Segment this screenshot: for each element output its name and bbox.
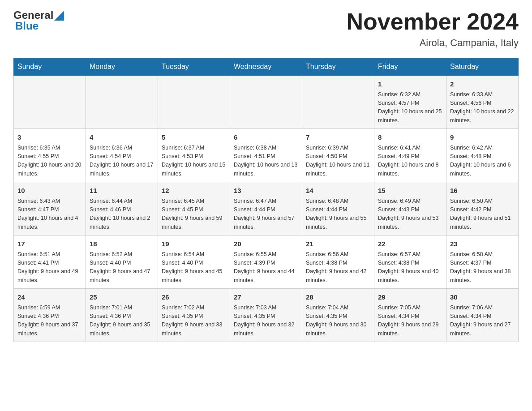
calendar-cell: 15Sunrise: 6:49 AM Sunset: 4:43 PM Dayli… [374,182,446,235]
calendar-cell: 16Sunrise: 6:50 AM Sunset: 4:42 PM Dayli… [446,182,519,235]
calendar-cell: 21Sunrise: 6:56 AM Sunset: 4:38 PM Dayli… [302,235,374,289]
day-number: 10 [17,186,82,196]
calendar-cell: 27Sunrise: 7:03 AM Sunset: 4:35 PM Dayli… [230,289,302,342]
calendar-cell: 13Sunrise: 6:47 AM Sunset: 4:44 PM Dayli… [230,182,302,235]
calendar-cell: 30Sunrise: 7:06 AM Sunset: 4:34 PM Dayli… [446,289,519,342]
calendar-cell: 17Sunrise: 6:51 AM Sunset: 4:41 PM Dayli… [14,235,86,289]
day-number: 29 [378,292,442,303]
logo-triangle-icon [54,11,64,21]
day-info: Sunrise: 6:37 AM Sunset: 4:53 PM Dayligh… [162,144,226,179]
calendar-cell: 20Sunrise: 6:55 AM Sunset: 4:39 PM Dayli… [230,235,302,289]
calendar-cell [14,76,86,129]
day-info: Sunrise: 6:38 AM Sunset: 4:51 PM Dayligh… [234,144,298,179]
location-text: Airola, Campania, Italy [347,37,519,49]
calendar-week-row: 17Sunrise: 6:51 AM Sunset: 4:41 PM Dayli… [14,235,519,289]
day-number: 19 [162,239,226,249]
day-number: 3 [17,133,82,143]
day-number: 24 [17,292,82,303]
day-info: Sunrise: 6:47 AM Sunset: 4:44 PM Dayligh… [234,197,298,232]
weekday-header-tuesday: Tuesday [158,58,230,76]
day-number: 11 [90,186,154,196]
day-info: Sunrise: 7:03 AM Sunset: 4:35 PM Dayligh… [234,304,298,338]
day-number: 14 [306,186,370,196]
logo-blue-text: Blue [15,20,39,32]
weekday-header-thursday: Thursday [302,58,374,76]
day-info: Sunrise: 6:44 AM Sunset: 4:46 PM Dayligh… [90,197,154,232]
day-number: 15 [378,186,442,196]
calendar-cell: 1Sunrise: 6:32 AM Sunset: 4:57 PM Daylig… [374,76,446,129]
calendar-cell: 9Sunrise: 6:42 AM Sunset: 4:48 PM Daylig… [446,129,519,182]
day-info: Sunrise: 6:36 AM Sunset: 4:54 PM Dayligh… [90,144,154,179]
calendar-cell: 8Sunrise: 6:41 AM Sunset: 4:49 PM Daylig… [374,129,446,182]
day-number: 2 [450,79,515,90]
calendar-cell: 4Sunrise: 6:36 AM Sunset: 4:54 PM Daylig… [86,129,158,182]
day-info: Sunrise: 6:57 AM Sunset: 4:38 PM Dayligh… [378,250,442,285]
day-number: 21 [306,239,370,249]
day-number: 27 [234,292,298,303]
calendar-cell: 23Sunrise: 6:58 AM Sunset: 4:37 PM Dayli… [446,235,519,289]
calendar-cell: 3Sunrise: 6:35 AM Sunset: 4:55 PM Daylig… [14,129,86,182]
day-number: 12 [162,186,226,196]
calendar-cell: 24Sunrise: 6:59 AM Sunset: 4:36 PM Dayli… [14,289,86,342]
day-number: 9 [450,133,515,143]
day-info: Sunrise: 6:49 AM Sunset: 4:43 PM Dayligh… [378,197,442,232]
day-number: 17 [17,239,82,249]
day-info: Sunrise: 6:48 AM Sunset: 4:44 PM Dayligh… [306,197,370,232]
day-info: Sunrise: 6:54 AM Sunset: 4:40 PM Dayligh… [162,250,226,285]
day-number: 26 [162,292,226,303]
calendar-cell: 2Sunrise: 6:33 AM Sunset: 4:56 PM Daylig… [446,76,519,129]
day-number: 16 [450,186,515,196]
day-number: 4 [90,133,154,143]
weekday-header-wednesday: Wednesday [230,58,302,76]
day-number: 6 [234,133,298,143]
page-header: General Blue November 2024 Airola, Campa… [13,9,519,49]
day-info: Sunrise: 6:41 AM Sunset: 4:49 PM Dayligh… [378,144,442,179]
weekday-header-monday: Monday [86,58,158,76]
calendar-cell [158,76,230,129]
day-number: 22 [378,239,442,249]
day-number: 8 [378,133,442,143]
day-info: Sunrise: 7:01 AM Sunset: 4:36 PM Dayligh… [90,304,154,338]
calendar-cell: 29Sunrise: 7:05 AM Sunset: 4:34 PM Dayli… [374,289,446,342]
calendar-cell: 12Sunrise: 6:45 AM Sunset: 4:45 PM Dayli… [158,182,230,235]
calendar-cell: 14Sunrise: 6:48 AM Sunset: 4:44 PM Dayli… [302,182,374,235]
calendar-cell: 19Sunrise: 6:54 AM Sunset: 4:40 PM Dayli… [158,235,230,289]
svg-marker-0 [54,11,64,21]
day-info: Sunrise: 6:45 AM Sunset: 4:45 PM Dayligh… [162,197,226,232]
calendar-cell [230,76,302,129]
day-info: Sunrise: 6:43 AM Sunset: 4:47 PM Dayligh… [17,197,82,232]
day-number: 25 [90,292,154,303]
weekday-header-saturday: Saturday [446,58,519,76]
calendar-cell: 28Sunrise: 7:04 AM Sunset: 4:35 PM Dayli… [302,289,374,342]
day-info: Sunrise: 6:55 AM Sunset: 4:39 PM Dayligh… [234,250,298,285]
weekday-header-sunday: Sunday [14,58,86,76]
calendar-week-row: 10Sunrise: 6:43 AM Sunset: 4:47 PM Dayli… [14,182,519,235]
day-info: Sunrise: 6:52 AM Sunset: 4:40 PM Dayligh… [90,250,154,285]
day-info: Sunrise: 6:51 AM Sunset: 4:41 PM Dayligh… [17,250,82,285]
calendar-cell: 7Sunrise: 6:39 AM Sunset: 4:50 PM Daylig… [302,129,374,182]
day-number: 13 [234,186,298,196]
calendar-week-row: 24Sunrise: 6:59 AM Sunset: 4:36 PM Dayli… [14,289,519,342]
calendar-week-row: 1Sunrise: 6:32 AM Sunset: 4:57 PM Daylig… [14,76,519,129]
day-info: Sunrise: 6:32 AM Sunset: 4:57 PM Dayligh… [378,90,442,125]
day-info: Sunrise: 6:59 AM Sunset: 4:36 PM Dayligh… [17,304,82,338]
day-info: Sunrise: 7:04 AM Sunset: 4:35 PM Dayligh… [306,304,370,338]
day-info: Sunrise: 6:50 AM Sunset: 4:42 PM Dayligh… [450,197,515,232]
calendar-cell: 11Sunrise: 6:44 AM Sunset: 4:46 PM Dayli… [86,182,158,235]
day-number: 20 [234,239,298,249]
calendar-week-row: 3Sunrise: 6:35 AM Sunset: 4:55 PM Daylig… [14,129,519,182]
month-title: November 2024 [347,9,519,34]
calendar-cell [86,76,158,129]
calendar-cell: 26Sunrise: 7:02 AM Sunset: 4:35 PM Dayli… [158,289,230,342]
day-info: Sunrise: 6:42 AM Sunset: 4:48 PM Dayligh… [450,144,515,179]
title-section: November 2024 Airola, Campania, Italy [347,9,519,49]
day-info: Sunrise: 6:56 AM Sunset: 4:38 PM Dayligh… [306,250,370,285]
calendar-header-row: SundayMondayTuesdayWednesdayThursdayFrid… [14,58,519,76]
calendar-table: SundayMondayTuesdayWednesdayThursdayFrid… [13,58,519,342]
day-number: 7 [306,133,370,143]
day-info: Sunrise: 7:02 AM Sunset: 4:35 PM Dayligh… [162,304,226,338]
calendar-cell: 22Sunrise: 6:57 AM Sunset: 4:38 PM Dayli… [374,235,446,289]
weekday-header-friday: Friday [374,58,446,76]
day-info: Sunrise: 6:58 AM Sunset: 4:37 PM Dayligh… [450,250,515,285]
calendar-cell: 25Sunrise: 7:01 AM Sunset: 4:36 PM Dayli… [86,289,158,342]
